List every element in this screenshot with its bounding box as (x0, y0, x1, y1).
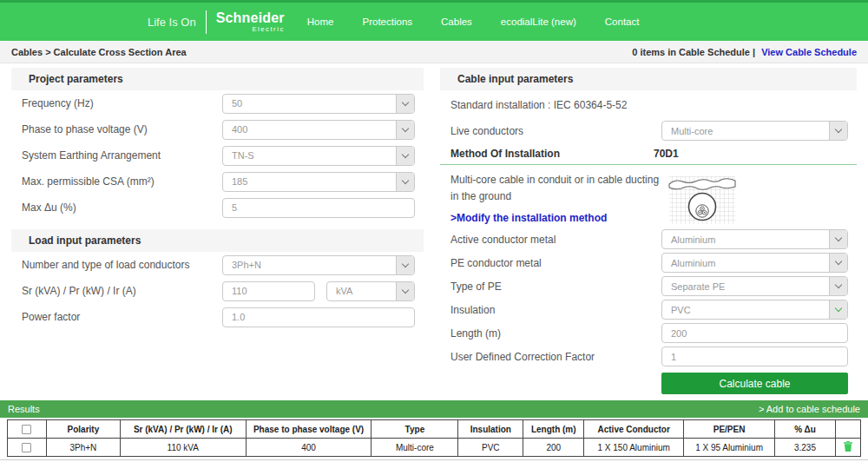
nav-item-home[interactable]: Home (307, 16, 334, 27)
load-parameters-header: Load input parameters (11, 229, 424, 252)
type-of-pe-row: Type of PE Separate PE (440, 274, 857, 298)
schedule-status: 0 items in Cable Schedule | View Cable S… (632, 47, 857, 57)
pe-metal-select[interactable]: Aluminium (661, 253, 848, 273)
cell-type: Multi-core (372, 439, 458, 457)
cell-active-conductor: 1 X 150 Aluminium (584, 439, 684, 457)
delete-row-button[interactable] (844, 441, 852, 452)
project-parameters-header: Project parameters (11, 68, 424, 90)
col-du: % Δu (775, 420, 836, 439)
power-factor-input[interactable] (222, 307, 415, 327)
length-input[interactable] (661, 323, 848, 343)
col-type: Type (372, 420, 458, 439)
method-label: Method Of Installation (450, 148, 654, 160)
results-title: Results (8, 404, 40, 414)
cell-actions (835, 439, 860, 457)
max-csa-row: Max. permissible CSA (mm²) 185 (11, 168, 424, 195)
voltage-label: Phase to phase voltage (V) (22, 123, 148, 135)
load-conductors-select[interactable]: 3Ph+N (222, 255, 415, 275)
nav-item-protections[interactable]: Protections (363, 16, 413, 27)
insulation-select[interactable]: PVC (661, 300, 848, 320)
left-column: Project parameters Frequency (Hz) 50 Pha… (11, 68, 424, 400)
cell-voltage: 400 (246, 439, 372, 457)
chevron-down-icon (396, 282, 414, 300)
max-csa-select[interactable]: 185 (222, 172, 415, 192)
max-csa-label: Max. permissible CSA (mm²) (22, 175, 155, 188)
col-actions (835, 420, 860, 439)
row-select-cell (8, 439, 47, 457)
main-nav: Home Protections Cables ecodialLite (new… (307, 16, 640, 27)
chevron-down-icon (829, 230, 847, 248)
table-row: 3Ph+N 110 kVA 400 Multi-core PVC 200 1 X… (8, 439, 861, 457)
col-voltage: Phase to phase voltage (V) (246, 420, 372, 439)
active-metal-select[interactable]: Aluminium (661, 229, 848, 249)
method-body: Multi-core cable in conduit or in cable … (440, 165, 857, 228)
voltage-select[interactable]: 400 (222, 120, 415, 140)
schneider-logo[interactable]: Schneider Electric (216, 11, 285, 33)
standard-installation-text: Standard installation : IEC 60364-5-52 (440, 90, 857, 119)
breadcrumb: Cables > Calculate Cross Section Area (11, 47, 187, 57)
results-bar: Results > Add to cable schedule (0, 400, 868, 418)
cell-pe-pen: 1 X 95 Aluminium (684, 439, 775, 457)
col-polarity: Polarity (46, 420, 120, 439)
nav-item-cables[interactable]: Cables (441, 16, 472, 27)
results-table: Polarity Sr (kVA) / Pr (kW) / Ir (A) Pha… (7, 419, 861, 457)
nav-item-contact[interactable]: Contact (605, 16, 640, 27)
cell-insulation: PVC (458, 439, 523, 457)
method-description: Multi-core cable in conduit or in cable … (450, 172, 667, 204)
col-length: Length (m) (523, 420, 584, 439)
top-navbar: Life Is On Schneider Electric Home Prote… (0, 0, 868, 41)
live-conductors-label: Live conductors (450, 125, 523, 137)
load-conductors-row: Number and type of load conductors 3Ph+N (11, 252, 424, 278)
sr-label: Sr (kVA) / Pr (kW) / Ir (A) (22, 285, 136, 297)
select-all-checkbox[interactable] (22, 425, 31, 434)
frequency-row: Frequency (Hz) 50 (11, 90, 424, 116)
calculate-cable-button[interactable]: Calculate cable (661, 373, 848, 394)
nav-item-ecodiallite[interactable]: ecodialLite (new) (501, 16, 576, 27)
power-factor-label: Power factor (22, 311, 80, 323)
active-metal-label: Active conductor metal (450, 234, 556, 246)
power-factor-row: Power factor (11, 304, 424, 330)
correction-factor-input[interactable] (661, 346, 848, 366)
view-cable-schedule-link[interactable]: View Cable Schedule (761, 47, 857, 57)
footer-divider (0, 459, 868, 460)
max-du-label: Max Δu (%) (22, 201, 76, 214)
add-to-cable-schedule-link[interactable]: > Add to cable schedule (759, 404, 860, 414)
length-label: Length (m) (450, 327, 501, 340)
active-metal-row: Active conductor metal Aluminium (440, 228, 857, 251)
earthing-row: System Earthing Arrangement TN-S (11, 142, 424, 168)
live-conductors-row: Live conductors Multi-core (440, 119, 857, 142)
frequency-select[interactable]: 50 (222, 94, 415, 114)
sr-unit-select[interactable]: kVA (326, 281, 415, 301)
col-active-conductor: Active Conductor (584, 420, 684, 439)
chevron-down-icon (829, 254, 847, 272)
max-du-input[interactable] (222, 198, 415, 218)
logo-divider (206, 10, 207, 34)
row-checkbox[interactable] (22, 443, 31, 452)
breadcrumb-bar: Cables > Calculate Cross Section Area 0 … (0, 41, 868, 63)
schedule-count: 0 items in Cable Schedule | (632, 47, 755, 57)
main-content: Project parameters Frequency (Hz) 50 Pha… (0, 63, 868, 400)
insulation-row: Insulation PVC (440, 298, 857, 321)
modify-installation-link[interactable]: >Modify the installation method (450, 212, 607, 224)
chevron-down-icon (396, 173, 414, 191)
col-sr: Sr (kVA) / Pr (kW) / Ir (A) (120, 420, 246, 439)
cell-du: 3.235 (775, 439, 836, 457)
chevron-down-icon (829, 300, 847, 319)
type-of-pe-select[interactable]: Separate PE (661, 276, 848, 296)
method-of-installation-header: Method Of Installation 70D1 (440, 142, 857, 164)
sr-value-input[interactable] (222, 281, 315, 301)
insulation-label: Insulation (450, 304, 495, 316)
sr-row: Sr (kVA) / Pr (kW) / Ir (A) kVA (11, 278, 424, 304)
live-conductors-select[interactable]: Multi-core (661, 121, 848, 141)
installation-method-diagram (667, 172, 737, 226)
cell-length: 200 (523, 439, 584, 457)
right-column: Cable input parameters Standard installa… (440, 68, 857, 400)
earthing-select[interactable]: TN-S (222, 146, 415, 166)
frequency-label: Frequency (Hz) (22, 97, 94, 109)
method-code: 70D1 (654, 148, 846, 160)
chevron-down-icon (396, 95, 414, 113)
voltage-row: Phase to phase voltage (V) 400 (11, 116, 424, 142)
cell-sr: 110 kVA (120, 439, 246, 457)
pe-metal-label: PE conductor metal (450, 257, 542, 269)
trash-icon (844, 441, 852, 452)
